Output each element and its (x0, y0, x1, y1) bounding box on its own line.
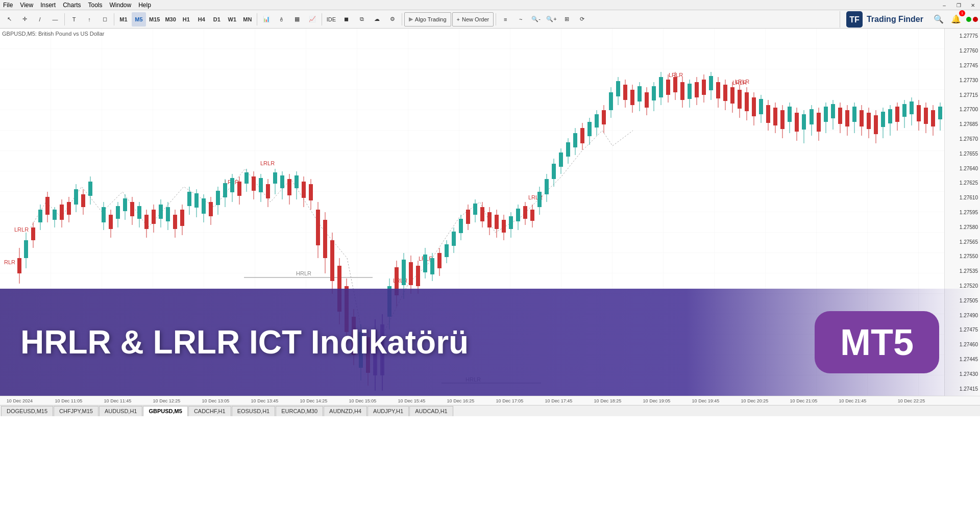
menu-tools[interactable]: Tools (88, 2, 103, 9)
svg-rect-157 (509, 216, 513, 229)
chart-tab-5[interactable]: EOSUSD,H1 (232, 406, 276, 416)
period-d1-button[interactable]: D1 (210, 12, 224, 27)
chart-tab-9[interactable]: AUDCAD,H1 (409, 406, 453, 416)
svg-rect-277 (938, 107, 942, 119)
bar-chart-button[interactable]: ▦ (290, 12, 304, 27)
svg-rect-197 (652, 86, 656, 100)
svg-rect-265 (895, 107, 899, 122)
indicators-button[interactable]: IDE (324, 12, 338, 27)
price-2: 1.27760 (960, 48, 978, 54)
chart-tab-7[interactable]: AUDNZD,H4 (324, 406, 367, 416)
candlestick-button[interactable]: 🕯 (275, 12, 289, 27)
svg-rect-107 (330, 240, 334, 281)
chart-tab-3[interactable]: GBPUSD,M5 (143, 406, 187, 416)
svg-rect-217 (723, 85, 727, 101)
shape-tool-button[interactable]: ◻ (97, 12, 112, 27)
chart-type-button[interactable]: 📊 (259, 12, 274, 27)
chart-tab-0[interactable]: DOGEUSD,M15 (1, 406, 53, 416)
restore-button[interactable]: ❐ (951, 0, 966, 10)
overlay-banner: HRLR & LRLR ICT Indikatörü MT5 (0, 289, 980, 396)
autoscroll-button[interactable]: ⟳ (575, 12, 590, 27)
cursor-tool-button[interactable]: ↖ (2, 12, 16, 27)
period-h4-button[interactable]: H4 (194, 12, 209, 27)
svg-rect-91 (273, 172, 277, 184)
price-7: 1.27685 (960, 121, 978, 127)
svg-text:RLR: RLR (4, 259, 15, 265)
svg-rect-187 (616, 81, 620, 96)
svg-rect-233 (780, 110, 785, 129)
zoom-in-button[interactable]: 🔍+ (544, 12, 558, 27)
menu-window[interactable]: Window (110, 2, 132, 9)
time-label-14: 10 Dec 19:45 (692, 398, 720, 403)
period-m1-button[interactable]: M1 (116, 12, 131, 27)
time-label-3: 10 Dec 12:25 (153, 398, 181, 403)
svg-rect-165 (537, 192, 542, 207)
svg-rect-53 (137, 206, 141, 219)
period-m15-button[interactable]: M15 (147, 12, 162, 27)
period-w1-button[interactable]: W1 (225, 12, 239, 27)
price-9: 1.27655 (960, 150, 978, 156)
svg-rect-251 (845, 110, 849, 126)
separator-5 (402, 13, 402, 26)
price-16: 1.27550 (960, 253, 978, 259)
menu-charts[interactable]: Charts (63, 2, 81, 9)
toolbar-right: TF Trading Finder 🔍 🔔 1 (840, 11, 978, 28)
chart-tab-6[interactable]: EURCAD,M30 (276, 406, 323, 416)
svg-rect-213 (709, 76, 713, 90)
svg-rect-203 (673, 77, 677, 92)
period-m5-button[interactable]: M5 (132, 12, 146, 27)
period-h1-button[interactable]: H1 (179, 12, 193, 27)
chart-tab-1[interactable]: CHFJPY,M15 (54, 406, 99, 416)
svg-rect-39 (81, 194, 85, 207)
price-5: 1.27715 (960, 92, 978, 97)
algo-trading-icon: ▶ (409, 16, 413, 22)
line-tool-button[interactable]: / (33, 12, 47, 27)
vps-button[interactable]: ⚙ (385, 12, 400, 27)
svg-rect-49 (123, 198, 127, 211)
algo-trading-button[interactable]: ▶ Algo Trading (404, 12, 451, 27)
svg-rect-255 (860, 110, 864, 126)
menu-view[interactable]: View (20, 2, 33, 9)
toolbar: ↖ ✛ / — T ↑ ◻ M1 M5 M15 M30 H1 H4 D1 W1 … (0, 10, 980, 29)
menu-file[interactable]: File (3, 2, 13, 9)
new-order-button[interactable]: + New Order (452, 12, 494, 27)
hline-tool-button[interactable]: — (48, 12, 62, 27)
svg-rect-69 (194, 193, 199, 208)
svg-rect-261 (881, 112, 885, 127)
scripts-button[interactable]: ◼ (339, 12, 354, 27)
chart-tab-2[interactable]: AUDUSD,H1 (99, 406, 143, 416)
depth-button[interactable]: ≡ (498, 12, 512, 27)
svg-rect-183 (602, 110, 606, 124)
time-label-9: 10 Dec 16:25 (447, 398, 475, 403)
minimize-button[interactable]: – (937, 0, 951, 10)
quotes-button[interactable]: ~ (513, 12, 528, 27)
text-tool-button[interactable]: T (67, 12, 81, 27)
period-m30-button[interactable]: M30 (163, 12, 178, 27)
svg-rect-105 (323, 220, 327, 258)
search-button[interactable]: 🔍 (932, 12, 946, 27)
line-chart-button[interactable]: 📈 (305, 12, 320, 27)
chart-area[interactable]: GBPUSD,M5: British Pound vs US Dollar LR… (0, 29, 980, 396)
menu-insert[interactable]: Insert (40, 2, 56, 9)
price-1: 1.27775 (960, 33, 978, 39)
svg-rect-253 (852, 107, 856, 122)
cloud-button[interactable]: ☁ (370, 12, 384, 27)
svg-rect-85 (252, 176, 256, 191)
price-15: 1.27565 (960, 239, 978, 244)
chart-tab-4[interactable]: CADCHF,H1 (188, 406, 231, 416)
time-label-2: 10 Dec 11:45 (104, 398, 132, 403)
template-button[interactable]: ⧉ (355, 12, 369, 27)
grid-button[interactable]: ⊞ (560, 12, 574, 27)
chart-tab-8[interactable]: AUDJPY,H1 (368, 406, 409, 416)
svg-rect-33 (60, 205, 64, 220)
time-label-7: 10 Dec 15:05 (349, 398, 377, 403)
crosshair-tool-button[interactable]: ✛ (17, 12, 32, 27)
arrow-tool-button[interactable]: ↑ (82, 12, 96, 27)
close-button[interactable]: ✕ (966, 0, 980, 10)
svg-rect-59 (159, 205, 163, 219)
zoom-out-button[interactable]: 🔍- (529, 12, 543, 27)
menu-help[interactable]: Help (138, 2, 151, 9)
svg-rect-55 (144, 215, 149, 229)
time-label-18: 10 Dec 22:25 (898, 398, 925, 403)
period-mn-button[interactable]: MN (240, 12, 255, 27)
